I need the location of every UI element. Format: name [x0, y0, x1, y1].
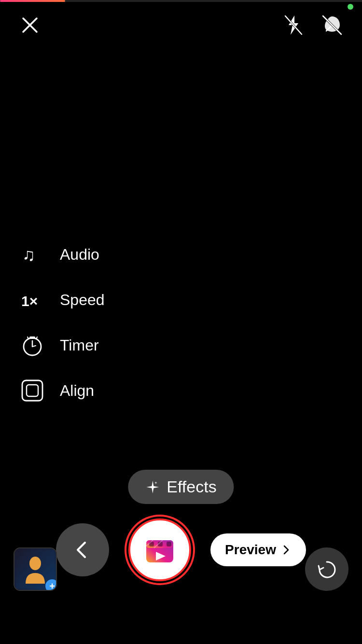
timer-label: Timer — [60, 336, 99, 354]
close-icon — [21, 16, 39, 34]
align-icon — [19, 378, 45, 404]
audio-menu-item[interactable]: ♫ Audio — [19, 232, 105, 277]
timer-menu-item[interactable]: Timer — [19, 322, 105, 368]
close-button[interactable] — [19, 14, 41, 36]
rotate-camera-icon — [315, 557, 339, 581]
svg-rect-10 — [29, 336, 35, 339]
flip-camera-button[interactable] — [305, 547, 348, 591]
add-badge: + — [45, 579, 57, 591]
preview-button[interactable]: Preview — [210, 533, 306, 566]
top-icons — [283, 14, 343, 36]
svg-text:♫: ♫ — [22, 245, 35, 265]
svg-rect-15 — [22, 380, 42, 401]
speed-icon: 1× — [19, 287, 45, 313]
status-indicator — [348, 4, 353, 10]
audio-label: Audio — [60, 246, 99, 264]
leaf-off-icon — [321, 14, 343, 36]
flash-off-icon — [284, 14, 303, 36]
thumbnail-button[interactable]: + — [14, 547, 57, 591]
svg-rect-16 — [27, 385, 38, 396]
back-chevron-icon — [70, 538, 95, 562]
back-button[interactable] — [56, 523, 109, 576]
leaf-toggle-button[interactable] — [321, 14, 343, 36]
align-label: Align — [60, 382, 94, 400]
sparkle-icon — [145, 480, 160, 494]
flash-toggle-button[interactable] — [283, 14, 304, 36]
top-bar — [0, 14, 362, 36]
progress-bar — [0, 0, 362, 2]
preview-chevron-icon — [281, 545, 292, 555]
svg-rect-21 — [167, 542, 171, 546]
align-menu-item[interactable]: Align — [19, 368, 105, 413]
progress-fill — [0, 0, 65, 2]
side-menu: ♫ Audio 1× Speed — [19, 232, 105, 413]
preview-label: Preview — [225, 542, 276, 558]
effects-label: Effects — [167, 477, 216, 496]
svg-point-27 — [29, 557, 41, 570]
music-note-icon: ♫ — [19, 241, 45, 267]
svg-text:1×: 1× — [21, 293, 38, 309]
reels-icon — [142, 532, 177, 567]
effects-button[interactable]: Effects — [128, 470, 234, 504]
record-button[interactable] — [128, 518, 191, 581]
speed-menu-item[interactable]: 1× Speed — [19, 277, 105, 322]
speed-label: Speed — [60, 291, 105, 309]
timer-icon — [19, 332, 45, 358]
